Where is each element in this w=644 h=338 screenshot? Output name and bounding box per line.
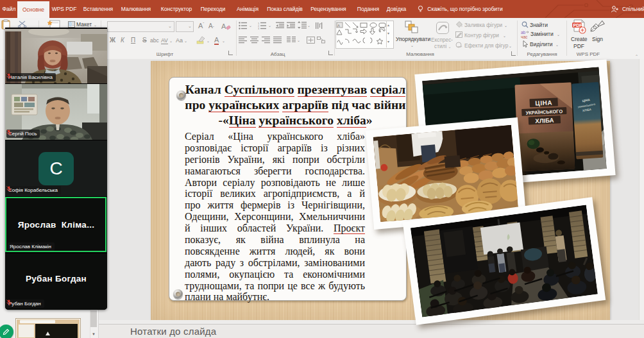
svg-text:А: А: [221, 22, 226, 30]
svg-text:ЦІНА: ЦІНА: [535, 99, 552, 106]
svg-text:час: час: [521, 35, 528, 39]
svg-text:PDF: PDF: [573, 23, 583, 28]
svg-text:A: A: [337, 24, 340, 28]
svg-text:3: 3: [258, 27, 260, 30]
svg-text:ХЛІБА: ХЛІБА: [535, 117, 554, 124]
